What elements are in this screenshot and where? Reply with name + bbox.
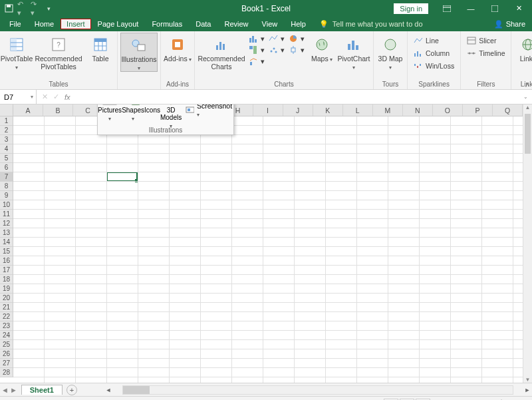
cells-area[interactable]	[13, 116, 523, 383]
chart-scatter-button[interactable]: ▾	[267, 44, 287, 55]
row-header[interactable]: 15	[0, 247, 13, 256]
column-header[interactable]: Q	[493, 104, 523, 116]
save-icon[interactable]	[4, 4, 13, 13]
expand-formula-icon[interactable]: ⌄	[523, 94, 532, 100]
row-header[interactable]: 6	[0, 163, 13, 172]
row-header[interactable]: 14	[0, 238, 13, 247]
row-header[interactable]: 17	[0, 266, 13, 275]
horizontal-scrollbar[interactable]: ◄ ►	[104, 385, 532, 395]
pivot-chart-button[interactable]: PivotChart	[337, 33, 370, 71]
undo-icon[interactable]: ↶ ▾	[17, 4, 27, 13]
pictures-button[interactable]: Pictures	[98, 104, 122, 130]
row-header[interactable]: 27	[0, 359, 13, 368]
row-header[interactable]: 3	[0, 135, 13, 144]
sparkline-winloss-button[interactable]: Win/Loss	[412, 60, 456, 71]
maximize-button[interactable]	[484, 0, 505, 17]
tab-home[interactable]: Home	[28, 18, 61, 30]
row-header[interactable]: 13	[0, 228, 13, 238]
row-header[interactable]: 28	[0, 368, 13, 377]
recommended-charts-button[interactable]: Recommended Charts	[198, 33, 245, 71]
row-header[interactable]: 22	[0, 312, 13, 321]
chart-pie-button[interactable]: ▾	[287, 33, 307, 44]
row-header[interactable]: 7	[0, 172, 13, 182]
sheet-nav-next-icon[interactable]: ►	[10, 386, 17, 394]
row-header[interactable]: 20	[0, 294, 13, 303]
sheet-tab[interactable]: Sheet1	[21, 385, 63, 395]
row-header[interactable]: 19	[0, 284, 13, 294]
row-header[interactable]: 18	[0, 275, 13, 284]
tell-me[interactable]: 💡 Tell me what you want to do	[319, 20, 423, 29]
worksheet-grid[interactable]: ABCDEFGHIJKLMNOPQ 1234567891011121314151…	[0, 104, 532, 383]
tab-formulas[interactable]: Formulas	[145, 18, 189, 30]
column-header[interactable]: P	[463, 104, 493, 116]
sparkline-column-button[interactable]: Column	[412, 47, 456, 59]
maps-button[interactable]: Maps	[308, 33, 336, 63]
3d-map-button[interactable]: 3D Map	[376, 33, 404, 71]
addins-button[interactable]: Add-ins	[164, 33, 192, 63]
row-header[interactable]: 4	[0, 144, 13, 154]
screenshot-button[interactable]: Screenshot	[184, 104, 234, 115]
recommended-pivot-button[interactable]: ? Recommended PivotTables	[32, 33, 85, 71]
tab-insert[interactable]: Insert	[61, 19, 91, 29]
icons-button[interactable]: Icons	[144, 104, 160, 130]
name-box[interactable]: D7▾	[0, 90, 37, 104]
row-header[interactable]: 24	[0, 331, 13, 340]
minimize-button[interactable]: —	[460, 0, 481, 17]
3d-models-button[interactable]: 3D Models	[160, 104, 182, 130]
sheet-nav-prev-icon[interactable]: ◄	[1, 386, 9, 394]
row-header[interactable]: 11	[0, 210, 13, 219]
tab-file[interactable]: File	[3, 18, 28, 30]
chart-column-button[interactable]: ▾	[247, 33, 267, 44]
qat-customize-icon[interactable]: ▾	[44, 4, 53, 13]
column-header[interactable]: K	[313, 104, 343, 116]
timeline-button[interactable]: Timeline	[465, 47, 507, 59]
row-header[interactable]: 9	[0, 191, 13, 200]
ribbon-display-icon[interactable]	[436, 0, 458, 17]
row-headers[interactable]: 1234567891011121314151617181920212223242…	[0, 116, 13, 377]
column-header[interactable]: L	[343, 104, 373, 116]
sign-in-button[interactable]: Sign in	[394, 3, 428, 14]
share-button[interactable]: 👤 Share	[494, 20, 532, 29]
link-button[interactable]: Link	[514, 33, 532, 63]
row-header[interactable]: 10	[0, 200, 13, 210]
column-header[interactable]: N	[403, 104, 433, 116]
chart-combo-button[interactable]: ▾	[247, 55, 267, 67]
fx-icon[interactable]: fx	[65, 93, 70, 101]
tab-view[interactable]: View	[255, 18, 285, 30]
row-header[interactable]: 25	[0, 340, 13, 349]
column-header[interactable]: M	[373, 104, 403, 116]
table-button[interactable]: Table	[86, 33, 114, 63]
row-header[interactable]: 5	[0, 154, 13, 163]
tab-data[interactable]: Data	[189, 18, 217, 30]
pivot-table-button[interactable]: PivotTable	[3, 33, 31, 71]
row-header[interactable]: 21	[0, 303, 13, 312]
select-all-cells[interactable]	[0, 104, 13, 116]
vertical-scrollbar[interactable]: ▲ ▼	[523, 104, 532, 383]
column-header[interactable]: A	[13, 104, 43, 116]
row-header[interactable]: 1	[0, 116, 13, 126]
tab-review[interactable]: Review	[217, 18, 255, 30]
collapse-ribbon-icon[interactable]: ʌ	[525, 81, 529, 88]
chart-line-button[interactable]: ▾	[267, 33, 287, 44]
tab-page-layout[interactable]: Page Layout	[91, 18, 146, 30]
redo-icon[interactable]: ↷ ▾	[31, 4, 40, 13]
close-button[interactable]: ✕	[508, 0, 529, 17]
row-header[interactable]: 26	[0, 349, 13, 359]
row-header[interactable]: 23	[0, 321, 13, 331]
row-header[interactable]: 2	[0, 126, 13, 135]
slicer-button[interactable]: Slicer	[465, 35, 507, 46]
active-cell[interactable]	[106, 172, 138, 182]
row-header[interactable]: 12	[0, 219, 13, 228]
sparkline-line-button[interactable]: Line	[412, 35, 456, 46]
row-header[interactable]: 8	[0, 182, 13, 191]
shapes-button[interactable]: Shapes	[122, 104, 144, 130]
tab-help[interactable]: Help	[284, 18, 313, 30]
column-header[interactable]: J	[283, 104, 313, 116]
column-headers[interactable]: ABCDEFGHIJKLMNOPQ	[13, 104, 523, 116]
illustrations-button[interactable]: Illustrations	[120, 33, 158, 72]
column-header[interactable]: O	[433, 104, 463, 116]
cancel-formula-icon[interactable]: ✕	[42, 93, 48, 101]
new-sheet-button[interactable]: +	[66, 385, 77, 395]
column-header[interactable]: B	[43, 104, 73, 116]
row-header[interactable]: 16	[0, 256, 13, 266]
